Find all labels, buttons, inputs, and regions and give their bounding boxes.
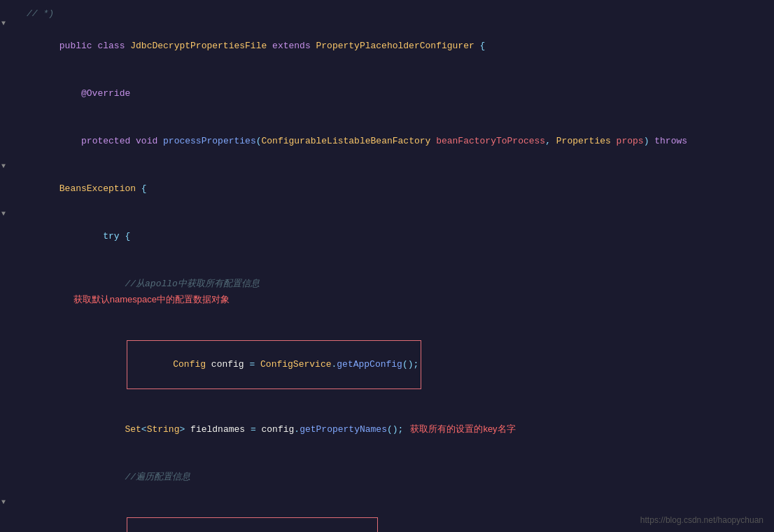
fold-arrow: ▼	[1, 210, 6, 218]
watermark: https://blog.csdn.net/haopychuan	[640, 515, 764, 525]
code-line: Config config = ConfigService.getAppConf…	[0, 324, 774, 405]
line-text: //遍历配置信息	[21, 454, 774, 500]
line-text: Config config = ConfigService.getAppConf…	[21, 325, 774, 405]
code-editor: // *) ▼ public class JdbcDecryptProperti…	[0, 0, 774, 532]
code-line: Set<String> fieldnames = config.getPrope…	[0, 405, 774, 454]
fold-arrow: ▼	[1, 20, 6, 27]
code-line: ▼ public class JdbcDecryptPropertiesFile…	[0, 22, 774, 70]
line-text: protected void processProperties(Configu…	[21, 118, 774, 164]
line-text: @Override	[21, 71, 774, 117]
code-line: //从apollo中获取所有配置信息 获取默认namespace中的配置数据对象	[0, 260, 774, 324]
annotation-get-keys: 获取所有的设置的key名字	[410, 424, 515, 434]
code-line: @Override	[0, 70, 774, 118]
code-line: protected void processProperties(Configu…	[0, 118, 774, 165]
fold-arrow: ▼	[1, 498, 6, 506]
line-text: // *)	[21, 6, 774, 22]
annotation-get-namespace: 获取默认namespace中的配置数据对象	[73, 294, 230, 304]
line-text: Set<String> fieldnames = config.getPrope…	[21, 406, 774, 453]
fold-arrow: ▼	[1, 162, 6, 170]
line-text: //从apollo中获取所有配置信息 获取默认namespace中的配置数据对象	[21, 261, 774, 323]
line-text: public class JdbcDecryptPropertiesFile e…	[21, 23, 774, 69]
code-line: ▼ BeansException {	[0, 165, 774, 213]
line-text: try {	[21, 214, 774, 260]
code-line: // *)	[0, 6, 774, 22]
line-text: BeansException {	[21, 166, 774, 212]
code-line: ▼ try {	[0, 213, 774, 260]
code-line: //遍历配置信息	[0, 454, 774, 501]
